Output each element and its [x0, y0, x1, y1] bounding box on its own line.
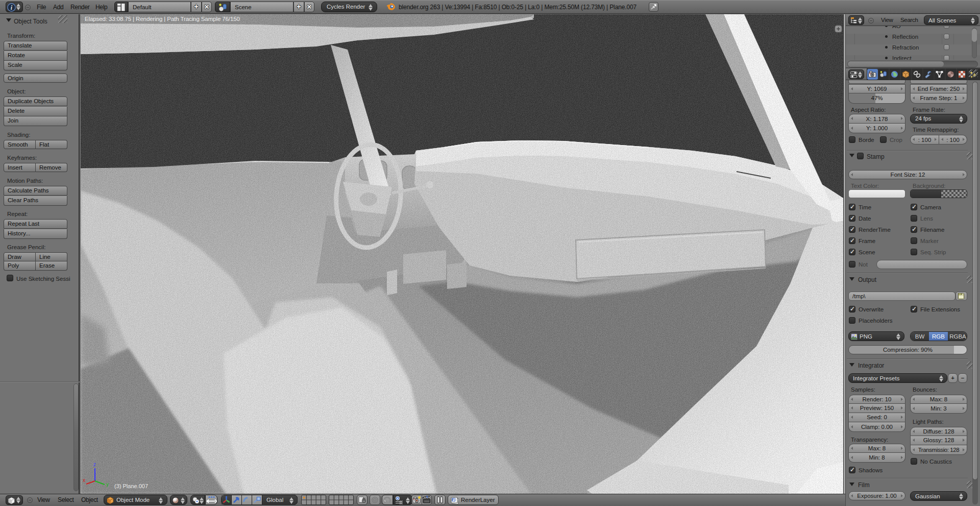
- svg-text:z: z: [93, 462, 96, 467]
- svg-text:x: x: [83, 477, 85, 483]
- svg-text:(3) Plane.007: (3) Plane.007: [114, 483, 148, 489]
- svg-text:Elapsed: 33:08.75 | Rendering: Elapsed: 33:08.75 | Rendering | Path Tra…: [85, 16, 240, 22]
- svg-text:y: y: [106, 481, 109, 487]
